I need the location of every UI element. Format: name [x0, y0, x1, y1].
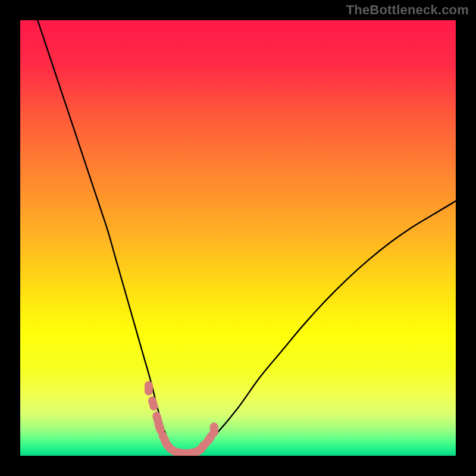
bottleneck-curve [37, 20, 456, 453]
watermark-label: TheBottleneck.com [346, 2, 469, 18]
marker-pill [210, 422, 218, 437]
chart-svg [20, 20, 456, 456]
plot-area [20, 20, 456, 456]
marker-pill [145, 381, 153, 396]
highlighted-range-markers [145, 381, 218, 456]
chart-frame: TheBottleneck.com [0, 0, 476, 476]
